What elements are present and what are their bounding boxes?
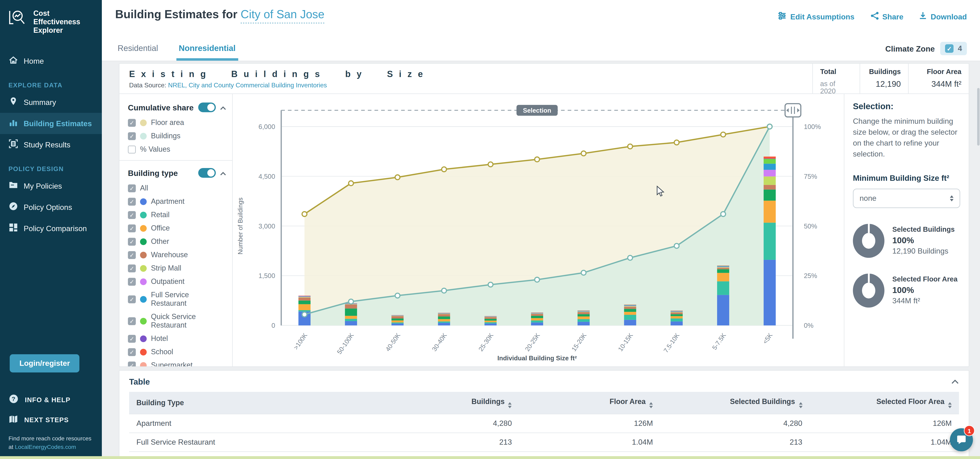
checkbox-checked-icon[interactable]: ✓ [128,119,136,127]
building-type-option-school[interactable]: ✓School [128,347,226,356]
sort-icon[interactable] [799,402,802,408]
download-button[interactable]: Download [919,11,967,22]
checkbox-checked-icon[interactable]: ✓ [128,224,136,232]
sidebar-item-summary[interactable]: Summary [0,92,102,113]
building-type-title: Building type [128,169,178,177]
checkbox-checked-icon[interactable]: ✓ [128,277,136,285]
table-row[interactable]: Apartment4,280126M4,280126M [129,414,959,432]
sort-icon[interactable] [948,402,952,408]
sidebar-item-next-steps[interactable]: NEXT STEPS [8,414,93,426]
option-label: Office [151,224,170,232]
building-type-option-apartment[interactable]: ✓Apartment [128,197,226,206]
content-area: Existing Buildings by Size Data Source: … [102,61,980,459]
sidebar-item-study-results[interactable]: Study Results [0,134,102,156]
chevron-up-icon[interactable] [220,167,226,178]
svg-text:<5K: <5K [762,332,774,345]
option-label: Other [151,237,169,246]
svg-text:6,000: 6,000 [258,123,275,131]
table-row[interactable]: Full Service Restaurant2131.04M2131.04M [129,432,959,451]
stepper-icon[interactable] [950,195,953,201]
checkbox-checked-icon[interactable]: ✓ [128,295,136,303]
building-type-option-all[interactable]: ✓All [128,184,226,192]
sidebar-section-policy-design: POLICY DESIGN [0,156,102,175]
sort-icon[interactable] [508,402,512,408]
building-type-option-warehouse[interactable]: ✓Warehouse [128,250,226,259]
floor-area-total-value: 344M ft² [916,80,961,89]
total-label: Total [820,68,852,75]
option-label: Quick Service Restaurant [151,312,226,329]
sidebar-item-building-estimates[interactable]: Building Estimates [0,113,102,134]
building-type-option-full-service-restaurant[interactable]: ✓Full Service Restaurant [128,290,226,308]
checkbox-checked-icon[interactable]: ✓ [128,237,136,245]
checkbox-unchecked-icon[interactable] [128,145,136,153]
scrollbar-thumb[interactable] [977,88,980,146]
checkbox-checked-icon[interactable]: ✓ [128,348,136,356]
climate-zone-pill[interactable]: ✓ 4 [940,42,967,55]
sidebar-section-explore-data: EXPLORE DATA [0,72,102,92]
column-header-selected-buildings[interactable]: Selected Buildings [660,392,810,414]
data-source-link[interactable]: NREL, City and County Commercial Buildin… [168,81,327,89]
login-register-button[interactable]: Login/register [10,354,80,373]
building-type-option-strip-mall[interactable]: ✓Strip Mall [128,264,226,273]
sidebar-item-policy-comparison[interactable]: Policy Comparison [0,218,102,239]
checkbox-checked-icon[interactable]: ✓ [128,251,136,259]
checkbox-checked-icon[interactable]: ✓ [128,184,136,192]
edit-assumptions-button[interactable]: Edit Assumptions [778,11,854,22]
share-button[interactable]: Share [870,11,904,22]
value-cell: 1.04M [810,432,959,451]
value-cell: 126M [519,414,660,432]
building-type-toggle[interactable] [198,168,216,178]
cumulative-share-toggle[interactable] [198,102,216,112]
checkbox-checked-icon[interactable]: ✓ [128,132,136,140]
chevron-up-icon[interactable] [220,102,226,113]
tab-residential[interactable]: Residential [115,39,161,61]
column-header-floor-area[interactable]: Floor Area [519,392,660,414]
map-pin-icon [8,97,18,108]
option-label: Outpatient [151,277,185,286]
building-type-option-supermarket[interactable]: ✓Supermarket [128,361,226,367]
cumulative-option--values[interactable]: % Values [128,145,226,153]
option-label: Supermarket [151,361,192,367]
checkbox-checked-icon[interactable]: ✓ [128,317,136,325]
column-header-selected-floor-area[interactable]: Selected Floor Area [810,392,959,414]
svg-text:25-30K: 25-30K [477,332,495,353]
building-type-cell: Full Service Restaurant [129,432,374,451]
building-type-option-retail[interactable]: ✓Retail [128,210,226,219]
min-building-size-select[interactable]: none [853,188,960,208]
sidebar-item-policy-options[interactable]: Policy Options [0,197,102,218]
chat-launcher-button[interactable]: 1 [950,428,973,451]
checkbox-checked-icon[interactable]: ✓ [128,211,136,219]
cumulative-option-buildings[interactable]: ✓Buildings [128,132,226,140]
building-type-option-quick-service-restaurant[interactable]: ✓Quick Service Restaurant [128,312,226,329]
chart-svg[interactable]: 6,000100%4,50075%3,00050%1,50025%00%Numb… [233,94,844,367]
chart-card-title: Existing Buildings by Size [129,69,812,79]
cumulative-option-floor-area[interactable]: ✓Floor area [128,118,226,127]
local-energy-codes-link[interactable]: LocalEnergyCodes.com [15,443,76,450]
svg-text:3,000: 3,000 [258,222,275,230]
buildings-by-size-chart[interactable]: 6,000100%4,50075%3,00050%1,50025%00%Numb… [233,94,844,367]
building-type-option-hotel[interactable]: ✓Hotel [128,334,226,343]
collapse-chevron-icon[interactable] [951,376,959,387]
checkbox-checked-icon[interactable]: ✓ [128,335,136,343]
checkbox-checked-icon[interactable]: ✓ [128,361,136,367]
building-type-option-outpatient[interactable]: ✓Outpatient [128,277,226,286]
column-header-building-type: Building Type [129,392,374,414]
checkbox-checked-icon[interactable]: ✓ [128,198,136,206]
page-header: Building Estimates for City of San Jose … [102,0,980,61]
sidebar-item-home[interactable]: Home [0,51,102,72]
chat-unread-badge: 1 [964,425,975,436]
tab-nonresidential[interactable]: Nonresidential [176,39,238,61]
svg-text:10-15K: 10-15K [617,332,634,353]
sidebar-item-info-help[interactable]: ? INFO & HELP [8,394,93,405]
building-type-option-other[interactable]: ✓Other [128,237,226,246]
city-selector-link[interactable]: City of San Jose [241,8,325,24]
building-type-option-office[interactable]: ✓Office [128,224,226,232]
legend-dot [140,133,147,139]
sidebar-item-my-policies[interactable]: My Policies [0,175,102,197]
sort-icon[interactable] [649,402,653,408]
app-logo[interactable]: Cost Effectiveness Explorer [0,0,102,40]
climate-zone-checkbox[interactable]: ✓ [945,44,953,53]
climate-zone-value: 4 [958,44,962,53]
column-header-buildings[interactable]: Buildings [374,392,519,414]
checkbox-checked-icon[interactable]: ✓ [128,264,136,272]
